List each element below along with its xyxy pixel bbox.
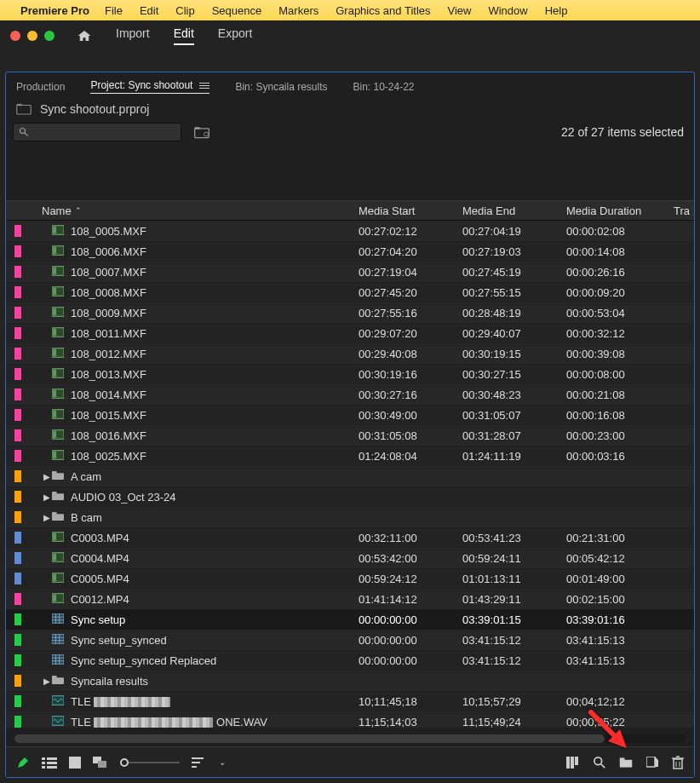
scrollbar-thumb[interactable]	[14, 734, 605, 743]
panel-tab-project[interactable]: Project: Sync shootout	[90, 79, 209, 94]
search-input[interactable]	[32, 126, 175, 138]
zoom-slider[interactable]	[120, 758, 180, 767]
disclosure-triangle-icon[interactable]: ▶	[42, 472, 52, 481]
disclosure-triangle-icon[interactable]: ▶	[42, 513, 52, 522]
new-bin-from-search-icon[interactable]	[193, 125, 210, 139]
workspace-tab-edit[interactable]: Edit	[174, 26, 194, 45]
project-row[interactable]: C0012.MP401:41:14:1201:43:29:1100:02:15:…	[6, 589, 694, 609]
menu-clip[interactable]: Clip	[175, 4, 194, 17]
project-row[interactable]: 108_0006.MXF00:27:04:2000:27:19:0300:00:…	[6, 241, 694, 262]
panel-tab-bin-syncaila[interactable]: Bin: Syncaila results	[235, 81, 327, 93]
disclosure-triangle-icon[interactable]: ▶	[42, 676, 52, 686]
label-swatch[interactable]	[14, 389, 21, 400]
label-swatch[interactable]	[14, 695, 21, 707]
project-row[interactable]: 108_0014.MXF00:30:27:1600:30:48:2300:00:…	[6, 384, 694, 405]
menu-help[interactable]: Help	[545, 4, 568, 17]
new-item-icon[interactable]	[646, 757, 658, 769]
label-swatch[interactable]	[14, 409, 21, 421]
project-row[interactable]: ▶AUDIO 03_Oct 23-24	[6, 486, 694, 507]
workspace-tab-export[interactable]: Export	[218, 26, 252, 45]
panel-menu-icon[interactable]	[199, 81, 209, 90]
label-swatch[interactable]	[14, 552, 21, 564]
menu-window[interactable]: Window	[488, 4, 527, 17]
label-swatch[interactable]	[14, 266, 21, 278]
project-row[interactable]: Sync setup_synced Replaced00:00:00:0003:…	[6, 650, 694, 671]
media-start: 00:27:55:16	[353, 307, 457, 320]
search-box[interactable]	[13, 123, 181, 141]
find-icon[interactable]	[594, 757, 605, 769]
horizontal-scrollbar[interactable]	[14, 734, 686, 743]
label-swatch[interactable]	[14, 675, 21, 687]
menu-view[interactable]: View	[448, 4, 472, 17]
label-swatch[interactable]	[14, 532, 21, 544]
label-swatch[interactable]	[14, 429, 21, 441]
column-track[interactable]: Tra	[668, 204, 694, 217]
menu-edit[interactable]: Edit	[140, 4, 158, 17]
column-media-duration[interactable]: Media Duration	[561, 204, 668, 217]
panel-tab-bin-date[interactable]: Bin: 10-24-22	[353, 81, 415, 93]
project-row[interactable]: C0005.MP400:59:24:1201:01:13:1100:01:49:…	[6, 568, 694, 589]
project-row[interactable]: 108_0025.MXF01:24:08:0401:24:11:1900:00:…	[6, 446, 694, 466]
label-swatch[interactable]	[14, 654, 21, 666]
list-view-icon[interactable]	[42, 757, 57, 769]
label-swatch[interactable]	[14, 593, 21, 605]
project-row[interactable]: C0003.MP400:32:11:0000:53:41:2300:21:31:…	[6, 527, 694, 548]
project-row[interactable]: TLE 10;11;45;1810;15;57;2900;04;12;12	[6, 691, 694, 711]
write-mode-icon[interactable]	[16, 756, 30, 769]
project-row[interactable]: ▶B cam	[6, 507, 694, 527]
window-close-button[interactable]	[10, 31, 20, 41]
menu-file[interactable]: File	[105, 4, 123, 17]
project-row[interactable]: 108_0011.MXF00:29:07:2000:29:40:0700:00:…	[6, 323, 694, 343]
automate-to-sequence-icon[interactable]	[566, 757, 580, 769]
project-row[interactable]: C0004.MP400:53:42:0000:59:24:1100:05:42:…	[6, 548, 694, 568]
project-row[interactable]: Sync setup00:00:00:0003:39:01:1503:39:01…	[6, 609, 694, 630]
home-icon[interactable]	[77, 29, 92, 43]
disclosure-triangle-icon[interactable]: ▶	[42, 492, 52, 502]
new-bin-icon[interactable]	[619, 757, 633, 769]
icon-view-icon[interactable]	[69, 757, 81, 769]
menu-graphics[interactable]: Graphics and Titles	[336, 4, 430, 17]
menu-sequence[interactable]: Sequence	[212, 4, 262, 17]
workspace-tab-import[interactable]: Import	[116, 26, 150, 45]
label-swatch[interactable]	[14, 245, 21, 257]
project-row[interactable]: 108_0005.MXF00:27:02:1200:27:04:1900:00:…	[6, 221, 694, 241]
label-swatch[interactable]	[14, 286, 21, 298]
project-row[interactable]: 108_0012.MXF00:29:40:0800:30:19:1500:00:…	[6, 343, 694, 364]
label-swatch[interactable]	[14, 716, 21, 728]
project-row[interactable]: 108_0008.MXF00:27:45:2000:27:55:1500:00:…	[6, 282, 694, 302]
window-minimize-button[interactable]	[27, 31, 37, 41]
label-swatch[interactable]	[14, 511, 21, 523]
window-zoom-button[interactable]	[44, 31, 55, 41]
column-media-start[interactable]: Media Start	[353, 204, 457, 217]
label-swatch[interactable]	[14, 613, 21, 625]
label-swatch[interactable]	[14, 470, 21, 482]
project-row[interactable]: TLE ONE.WAV11;15;14;0311;15;49;2400;00;3…	[6, 711, 694, 728]
label-swatch[interactable]	[14, 327, 21, 339]
project-row[interactable]: 108_0009.MXF00:27:55:1600:28:48:1900:00:…	[6, 302, 694, 323]
delete-icon[interactable]	[672, 756, 684, 769]
menu-markers[interactable]: Markers	[278, 4, 318, 17]
project-row[interactable]: ▶Syncaila results	[6, 671, 694, 691]
project-row[interactable]: 108_0007.MXF00:27:19:0400:27:45:1900:00:…	[6, 262, 694, 282]
project-row[interactable]: Sync setup_synced00:00:00:0003:41:15:120…	[6, 630, 694, 650]
freeform-view-icon[interactable]	[93, 757, 108, 769]
label-swatch[interactable]	[14, 573, 21, 584]
project-row[interactable]: 108_0015.MXF00:30:49:0000:31:05:0700:00:…	[6, 405, 694, 425]
label-swatch[interactable]	[14, 348, 21, 360]
label-swatch[interactable]	[14, 368, 21, 380]
app-name[interactable]: Premiere Pro	[20, 4, 89, 17]
panel-tab-production[interactable]: Production	[16, 81, 65, 93]
label-swatch[interactable]	[14, 450, 21, 462]
sort-icon[interactable]	[192, 757, 207, 769]
sort-dropdown-icon[interactable]: ⌄	[219, 757, 226, 767]
label-swatch[interactable]	[14, 634, 21, 646]
project-row[interactable]: 108_0013.MXF00:30:19:1600:30:27:1500:00:…	[6, 364, 694, 384]
label-swatch[interactable]	[14, 307, 21, 319]
column-media-end[interactable]: Media End	[457, 204, 561, 217]
zoom-slider-handle[interactable]	[120, 758, 129, 767]
column-name[interactable]: Name⌃	[21, 204, 353, 217]
project-row[interactable]: 108_0016.MXF00:31:05:0800:31:28:0700:00:…	[6, 425, 694, 446]
label-swatch[interactable]	[14, 225, 21, 237]
label-swatch[interactable]	[14, 491, 21, 503]
project-row[interactable]: ▶A cam	[6, 466, 694, 486]
